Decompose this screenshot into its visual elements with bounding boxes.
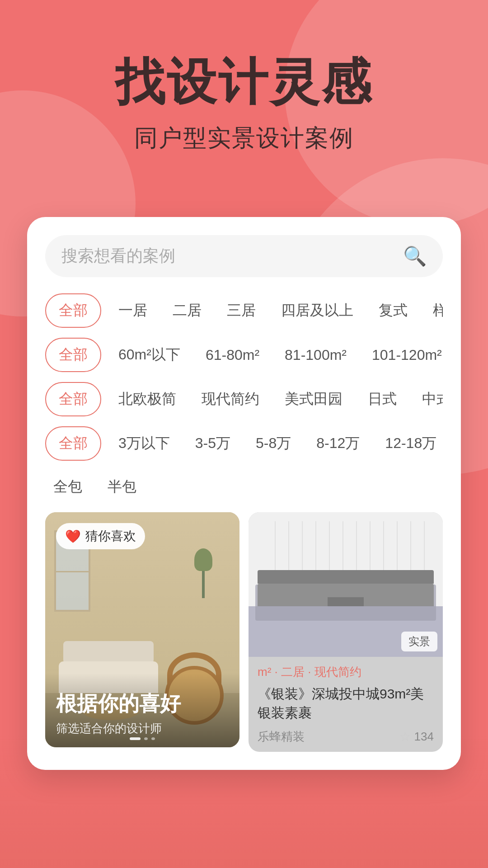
case-title: 《银装》深城投中城93m²美银装素裹	[258, 684, 434, 722]
badge-text: 猜你喜欢	[85, 528, 136, 545]
dot-2	[151, 737, 155, 740]
filter-tag-61-80[interactable]: 61-80m²	[197, 340, 267, 370]
filter-row-style: 全部 北欧极简 现代简约 美式田园 日式 中式现代	[45, 382, 443, 416]
filter-tag-model[interactable]: 样板间	[425, 294, 443, 327]
filter-tag-nordic[interactable]: 北欧极简	[110, 383, 184, 415]
sofa-back	[63, 641, 154, 664]
filter-tag-81-100[interactable]: 81-100m²	[277, 340, 355, 370]
rec-overlay: 根据你的喜好 筛选适合你的设计师	[45, 673, 239, 747]
rec-sub-text: 筛选适合你的设计师	[56, 721, 229, 736]
filter-tag-modern[interactable]: 现代简约	[193, 383, 267, 415]
case-meta: m² · 二居 · 现代简约	[258, 664, 434, 680]
filter-tag-5-8w[interactable]: 5-8万	[248, 427, 299, 460]
filter-row-area: 全部 60m²以下 61-80m² 81-100m² 101-120m²	[45, 338, 443, 372]
star-icon: ☆	[399, 729, 411, 744]
filter-tag-chinese[interactable]: 中式现代	[414, 383, 443, 415]
content-cards: ❤️ 猜你喜欢 根据你的喜好 筛选适合你的设计师	[45, 512, 443, 752]
filter-tag-3room[interactable]: 三居	[219, 294, 264, 327]
filter-tag-all-area[interactable]: 全部	[45, 338, 101, 372]
filter-row-budget: 全部 3万以下 3-5万 5-8万 8-12万 12-18万	[45, 426, 443, 461]
filter-tag-all-budget[interactable]: 全部	[45, 426, 101, 461]
dot-1	[144, 737, 148, 740]
filter-tag-3-5w[interactable]: 3-5万	[187, 427, 239, 460]
main-title: 找设计灵感	[36, 54, 452, 109]
filter-tag-japanese[interactable]: 日式	[360, 383, 405, 415]
rec-badge: ❤️ 猜你喜欢	[56, 523, 145, 549]
case-author: 乐蜂精装	[258, 729, 305, 745]
search-icon[interactable]: 🔍	[403, 245, 427, 267]
header-section: 找设计灵感 同户型实景设计案例	[0, 0, 488, 181]
filter-tag-8-12w[interactable]: 8-12万	[308, 427, 368, 460]
recommendation-card[interactable]: ❤️ 猜你喜欢 根据你的喜好 筛选适合你的设计师	[45, 512, 239, 747]
filter-tag-12-18w[interactable]: 12-18万	[377, 427, 443, 460]
filter-tag-2room[interactable]: 二居	[164, 294, 210, 327]
filter-tag-all-room[interactable]: 全部	[45, 293, 101, 328]
filter-tag-duplex[interactable]: 复式	[371, 294, 416, 327]
filter-tag-101-120[interactable]: 101-120m²	[364, 340, 443, 370]
filter-tag-all-style[interactable]: 全部	[45, 382, 101, 416]
filter-tag-1room[interactable]: 一居	[110, 294, 155, 327]
case-footer: 乐蜂精装 ☆ 134	[258, 729, 434, 745]
plant	[194, 548, 212, 598]
heart-icon: ❤️	[65, 529, 81, 544]
likes-count: 134	[414, 730, 434, 744]
case-likes: ☆ 134	[399, 729, 434, 744]
main-card: 搜索想看的案例 🔍 全部 一居 二居 三居 四居及以上 复式 样板间 全部 60…	[27, 217, 461, 770]
case-image: 实景	[249, 512, 443, 657]
filter-tag-fullpack[interactable]: 全包	[45, 471, 90, 503]
plant-leaves	[194, 548, 212, 571]
filter-row-room-type: 全部 一居 二居 三居 四居及以上 复式 样板间	[45, 293, 443, 328]
design-case-card[interactable]: 实景 m² · 二居 · 现代简约 《银装》深城投中城93m²美银装素裹 乐蜂精…	[249, 512, 443, 752]
rec-main-text: 根据你的喜好	[56, 691, 229, 716]
shimmer-badge: 实景	[401, 632, 437, 651]
window-pane	[56, 571, 89, 572]
filter-tag-halfpack[interactable]: 半包	[99, 471, 145, 503]
sub-title: 同户型实景设计案例	[36, 123, 452, 154]
search-bar[interactable]: 搜索想看的案例 🔍	[45, 235, 443, 277]
filter-tag-60[interactable]: 60m²以下	[110, 339, 188, 371]
case-info: m² · 二居 · 现代简约 《银装》深城投中城93m²美银装素裹 乐蜂精装 ☆…	[249, 657, 443, 752]
dot-active	[130, 737, 141, 740]
filter-tag-3w[interactable]: 3万以下	[110, 427, 178, 460]
filter-row-package: 全包 半包	[45, 471, 443, 503]
filter-tag-4room[interactable]: 四居及以上	[273, 294, 361, 327]
modern-table	[328, 597, 364, 606]
progress-dots	[130, 737, 155, 740]
filter-tag-american[interactable]: 美式田园	[277, 383, 351, 415]
search-placeholder: 搜索想看的案例	[61, 245, 403, 267]
plant-stem	[202, 571, 205, 598]
